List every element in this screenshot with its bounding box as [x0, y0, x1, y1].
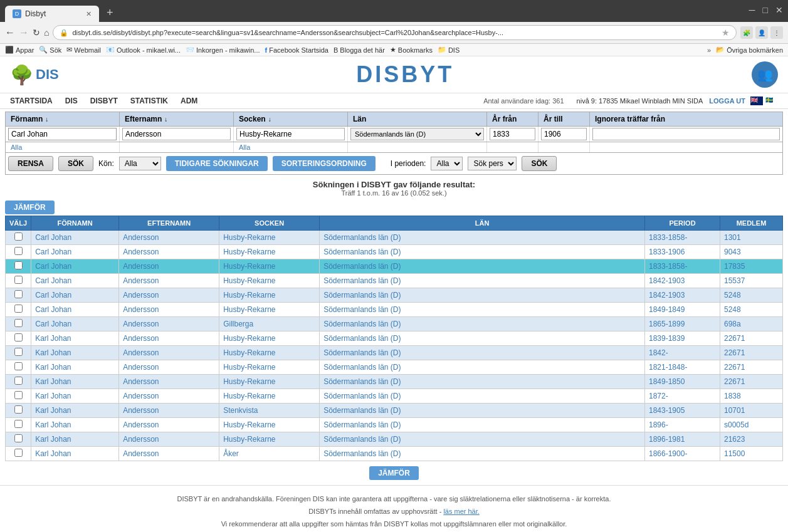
fornamn-input[interactable] [8, 128, 117, 140]
fornamn-link[interactable]: Karl Johan [35, 377, 71, 386]
bookmark-star-icon[interactable]: ★ [722, 28, 730, 38]
socken-link[interactable]: Stenkvista [223, 406, 258, 415]
medlem-link[interactable]: 1838 [724, 392, 741, 400]
jamfor-top-button[interactable]: JÄMFÖR [5, 201, 55, 214]
sort-efternamn-icon[interactable]: ↓ [164, 116, 167, 123]
sort-fornamn-icon[interactable]: ↓ [45, 116, 48, 123]
socken-link[interactable]: Husby-Rekarne [223, 276, 275, 285]
efternamn-link[interactable]: Andersson [123, 320, 159, 328]
row-checkbox[interactable] [14, 377, 23, 385]
efternamn-link[interactable]: Andersson [123, 233, 159, 242]
fornamn-link[interactable]: Karl Johan [35, 420, 71, 429]
nav-adm[interactable]: ADM [181, 96, 197, 105]
fornamn-link[interactable]: Karl Johan [35, 392, 71, 400]
back-button[interactable]: ← [5, 27, 15, 38]
close-icon[interactable]: ✕ [775, 5, 783, 15]
sok-button[interactable]: SÖK [58, 156, 93, 171]
sokpers-select[interactable]: Sök pers [468, 157, 517, 170]
efternamn-link[interactable]: Andersson [123, 363, 159, 372]
tidigare-sokningar-button[interactable]: TIDIGARE SÖKNINGAR [166, 156, 268, 171]
sort-socken-icon[interactable]: ↓ [268, 116, 271, 123]
lan-link[interactable]: Södermanlands län (D) [323, 320, 401, 328]
table-row[interactable]: Karl JohanAnderssonHusby-RekarneSöderman… [6, 360, 783, 375]
socken-link[interactable]: Husby-Rekarne [223, 392, 275, 400]
socken-link[interactable]: Husby-Rekarne [223, 334, 275, 343]
row-checkbox[interactable] [14, 391, 23, 399]
lan-link[interactable]: Södermanlands län (D) [323, 420, 401, 429]
lan-link[interactable]: Södermanlands län (D) [323, 248, 401, 256]
socken-input[interactable] [236, 128, 345, 140]
table-row[interactable]: Karl JohanAnderssonHusby-RekarneSöderman… [6, 389, 783, 404]
table-row[interactable]: Carl JohanAnderssonHusby-RekarneSöderman… [6, 231, 783, 245]
alla-fornamn[interactable]: Alla [11, 143, 22, 151]
efternamn-link[interactable]: Andersson [123, 420, 159, 429]
efternamn-link[interactable]: Andersson [123, 348, 159, 357]
row-checkbox[interactable] [14, 333, 23, 342]
efternamn-link[interactable]: Andersson [123, 377, 159, 386]
table-row[interactable]: Karl JohanAnderssonHusby-RekarneSöderman… [6, 375, 783, 389]
period-select[interactable]: Alla [431, 157, 463, 170]
period-link[interactable]: 1849-1850 [649, 377, 685, 386]
period-link[interactable]: 1833-1906 [649, 248, 685, 256]
bookmark-dis[interactable]: 📁 DIS [438, 46, 460, 54]
table-row[interactable]: Karl JohanAnderssonHusby-RekarneSöderman… [6, 418, 783, 432]
socken-link[interactable]: Husby-Rekarne [223, 348, 275, 357]
table-row[interactable]: Karl JohanAnderssonHusby-RekarneSöderman… [6, 432, 783, 447]
fornamn-link[interactable]: Karl Johan [35, 406, 71, 415]
fornamn-link[interactable]: Karl Johan [35, 334, 71, 343]
nav-statistik[interactable]: STATISTIK [130, 96, 168, 105]
bookmark-webmail[interactable]: ✉ Webmail [66, 46, 101, 54]
row-checkbox[interactable] [14, 420, 23, 428]
socken-link[interactable]: Husby-Rekarne [223, 262, 275, 271]
period-link[interactable]: 1833-1858- [649, 233, 687, 242]
alla-socken[interactable]: Alla [239, 143, 250, 151]
table-row[interactable]: Karl JohanAnderssonHusby-RekarneSöderman… [6, 346, 783, 360]
fornamn-link[interactable]: Carl Johan [35, 248, 71, 256]
ignorera-input[interactable] [592, 128, 780, 140]
socken-link[interactable]: Husby-Rekarne [223, 420, 275, 429]
lan-link[interactable]: Södermanlands län (D) [323, 348, 401, 357]
socken-link[interactable]: Husby-Rekarne [223, 233, 275, 242]
arfran-input[interactable] [490, 128, 535, 140]
medlem-link[interactable]: 5248 [724, 291, 741, 300]
medlem-link[interactable]: 22671 [724, 334, 745, 343]
bookmark-inkorgen[interactable]: 📨 Inkorgen - mikawin... [186, 46, 260, 54]
socken-link[interactable]: Husby-Rekarne [223, 363, 275, 372]
bookmarks-more[interactable]: » [707, 46, 711, 54]
row-checkbox[interactable] [14, 261, 23, 269]
efternamn-input[interactable] [122, 128, 231, 140]
period-link[interactable]: 1865-1899 [649, 320, 685, 328]
table-row[interactable]: Karl JohanAnderssonStenkvistaSödermanlan… [6, 404, 783, 418]
fornamn-link[interactable]: Carl Johan [35, 233, 71, 242]
socken-link[interactable]: Husby-Rekarne [223, 305, 275, 314]
lan-link[interactable]: Södermanlands län (D) [323, 233, 401, 242]
table-row[interactable]: Carl JohanAnderssonHusby-RekarneSöderman… [6, 245, 783, 259]
profile-icon[interactable]: 👤 [755, 26, 768, 39]
socken-link[interactable]: Husby-Rekarne [223, 291, 275, 300]
flag-uk-icon[interactable]: 🇬🇧 [750, 96, 763, 105]
period-link[interactable]: 1821-1848- [649, 363, 687, 372]
medlem-link[interactable]: 1301 [724, 233, 741, 242]
efternamn-link[interactable]: Andersson [123, 435, 159, 444]
row-checkbox[interactable] [14, 290, 23, 298]
efternamn-link[interactable]: Andersson [123, 305, 159, 314]
minimize-icon[interactable]: ─ [749, 5, 755, 15]
socken-link[interactable]: Åker [223, 449, 239, 458]
home-button[interactable]: ⌂ [44, 28, 49, 38]
kon-select[interactable]: Alla Man Kvinna [119, 157, 161, 170]
table-row[interactable]: Carl JohanAnderssonGillbergaSödermanland… [6, 317, 783, 331]
period-link[interactable]: 1896-1981 [649, 435, 685, 444]
period-link[interactable]: 1839-1839 [649, 334, 685, 343]
lan-link[interactable]: Södermanlands län (D) [323, 406, 401, 415]
efternamn-link[interactable]: Andersson [123, 291, 159, 300]
browser-tab[interactable]: D Disbyt ✕ [5, 6, 99, 22]
period-link[interactable]: 1842- [649, 348, 668, 357]
fornamn-link[interactable]: Carl Johan [35, 305, 71, 314]
medlem-link[interactable]: s0005d [724, 420, 749, 429]
row-checkbox[interactable] [14, 305, 23, 313]
lan-link[interactable]: Södermanlands län (D) [323, 363, 401, 372]
address-bar[interactable] [72, 29, 718, 36]
medlem-link[interactable]: 5248 [724, 305, 741, 314]
lan-link[interactable]: Södermanlands län (D) [323, 262, 401, 271]
lan-link[interactable]: Södermanlands län (D) [323, 305, 401, 314]
